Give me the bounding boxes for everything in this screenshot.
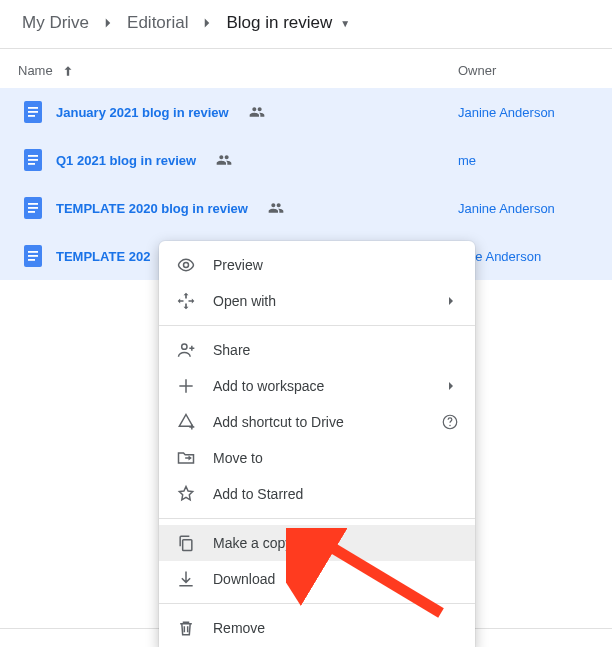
- column-header-owner-label: Owner: [458, 63, 496, 78]
- plus-icon: [175, 376, 197, 396]
- chevron-right-icon: [99, 14, 117, 32]
- svg-rect-1: [28, 107, 38, 109]
- breadcrumb: My Drive Editorial Blog in review ▼: [0, 0, 612, 49]
- svg-rect-5: [28, 155, 38, 157]
- menu-item-add-to-starred[interactable]: Add to Starred: [159, 476, 475, 512]
- drive-shortcut-icon: [175, 412, 197, 432]
- file-name: January 2021 blog in review: [56, 105, 229, 120]
- svg-point-16: [184, 263, 189, 268]
- table-row[interactable]: January 2021 blog in review Janine Ander…: [0, 88, 612, 136]
- google-doc-icon: [24, 197, 42, 219]
- shared-icon: [249, 104, 265, 120]
- svg-rect-10: [28, 207, 38, 209]
- menu-item-label: Add to Starred: [213, 486, 459, 502]
- breadcrumb-item-current[interactable]: Blog in review ▼: [222, 10, 354, 36]
- chevron-right-icon: [443, 378, 459, 394]
- svg-rect-13: [28, 251, 38, 253]
- svg-rect-15: [28, 259, 35, 261]
- menu-item-label: Move to: [213, 450, 459, 466]
- svg-point-17: [182, 344, 187, 349]
- breadcrumb-item-mydrive[interactable]: My Drive: [18, 10, 93, 36]
- shared-icon: [268, 200, 284, 216]
- context-menu: Preview Open with Share Add to workspace…: [159, 241, 475, 647]
- star-icon: [175, 484, 197, 504]
- file-owner: Janine Anderson: [458, 201, 555, 216]
- svg-rect-9: [28, 203, 38, 205]
- trash-icon: [175, 618, 197, 638]
- menu-divider: [159, 603, 475, 604]
- menu-item-label: Preview: [213, 257, 459, 273]
- breadcrumb-current-label: Blog in review: [226, 13, 332, 33]
- help-icon: [441, 413, 459, 431]
- svg-point-19: [449, 425, 451, 427]
- menu-item-remove[interactable]: Remove: [159, 610, 475, 646]
- eye-icon: [175, 255, 197, 275]
- menu-item-open-with[interactable]: Open with: [159, 283, 475, 319]
- column-header-owner[interactable]: Owner: [458, 63, 594, 78]
- dropdown-triangle-icon: ▼: [340, 18, 350, 29]
- svg-rect-20: [183, 540, 192, 551]
- svg-rect-6: [28, 159, 38, 161]
- download-icon: [175, 569, 197, 589]
- sort-ascending-icon: [61, 64, 75, 78]
- menu-item-download[interactable]: Download: [159, 561, 475, 597]
- google-doc-icon: [24, 101, 42, 123]
- svg-rect-2: [28, 111, 38, 113]
- menu-item-preview[interactable]: Preview: [159, 247, 475, 283]
- open-with-icon: [175, 291, 197, 311]
- file-owner: me: [458, 153, 476, 168]
- menu-item-move-to[interactable]: Move to: [159, 440, 475, 476]
- breadcrumb-item-editorial[interactable]: Editorial: [123, 10, 192, 36]
- file-owner: Janine Anderson: [458, 105, 555, 120]
- menu-item-label: Download: [213, 571, 459, 587]
- column-header-name-label: Name: [18, 63, 53, 78]
- file-name: Q1 2021 blog in review: [56, 153, 196, 168]
- svg-rect-14: [28, 255, 38, 257]
- menu-item-label: Add to workspace: [213, 378, 443, 394]
- menu-item-label: Remove: [213, 620, 459, 636]
- copy-icon: [175, 533, 197, 553]
- svg-rect-3: [28, 115, 35, 117]
- menu-item-label: Make a copy: [213, 535, 459, 551]
- chevron-right-icon: [443, 293, 459, 309]
- person-add-icon: [175, 340, 197, 360]
- file-name: TEMPLATE 202: [56, 249, 150, 264]
- menu-item-label: Open with: [213, 293, 443, 309]
- menu-item-make-a-copy[interactable]: Make a copy: [159, 525, 475, 561]
- menu-item-add-to-workspace[interactable]: Add to workspace: [159, 368, 475, 404]
- menu-item-share[interactable]: Share: [159, 332, 475, 368]
- svg-rect-11: [28, 211, 35, 213]
- svg-rect-7: [28, 163, 35, 165]
- menu-item-add-shortcut[interactable]: Add shortcut to Drive: [159, 404, 475, 440]
- table-header: Name Owner: [0, 49, 612, 88]
- google-doc-icon: [24, 149, 42, 171]
- table-row[interactable]: Q1 2021 blog in review me: [0, 136, 612, 184]
- table-row[interactable]: TEMPLATE 2020 blog in review Janine Ande…: [0, 184, 612, 232]
- file-name: TEMPLATE 2020 blog in review: [56, 201, 248, 216]
- column-header-name[interactable]: Name: [18, 63, 458, 78]
- folder-move-icon: [175, 448, 197, 468]
- menu-item-label: Share: [213, 342, 459, 358]
- menu-item-label: Add shortcut to Drive: [213, 414, 441, 430]
- google-doc-icon: [24, 245, 42, 267]
- shared-icon: [216, 152, 232, 168]
- menu-divider: [159, 325, 475, 326]
- chevron-right-icon: [198, 14, 216, 32]
- menu-divider: [159, 518, 475, 519]
